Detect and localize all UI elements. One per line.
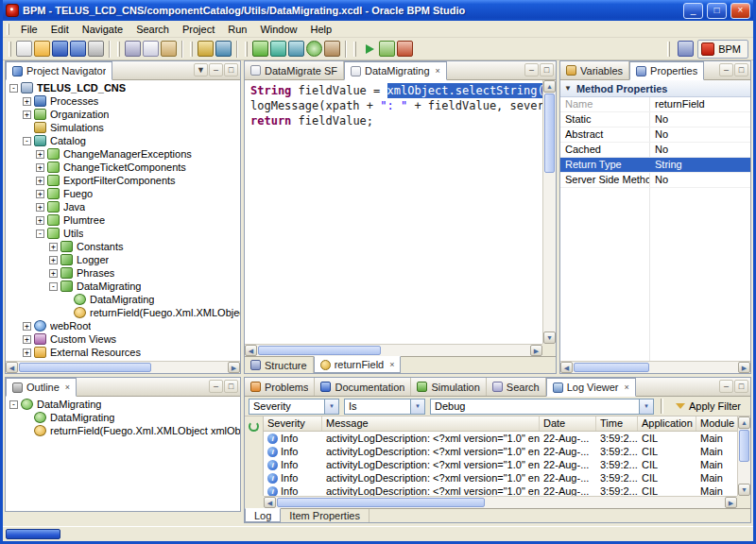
tab-log[interactable]: Log [245,508,281,522]
log-row[interactable]: iInfoactivityLogDescription: <?xml versi… [264,458,737,471]
log-vertical-scrollbar[interactable]: ▲ ▼ [737,416,750,496]
tree-item[interactable]: +ChangeManagerExceptions [6,147,240,161]
tree-item[interactable]: +Plumtree [6,213,240,227]
property-row[interactable]: Server Side MethodNo [560,173,750,188]
severity-field-dropdown[interactable]: Severity ▼ [249,399,339,415]
tree-toggle-icon[interactable]: + [23,335,31,344]
tree-toggle-icon[interactable]: - [23,137,31,145]
property-row[interactable]: AbstractNo [560,128,750,143]
tree-toggle-icon[interactable]: + [36,163,44,172]
tab-search[interactable]: Search [487,378,546,396]
scroll-right-icon[interactable]: ▶ [530,345,542,356]
minimize-icon[interactable]: – [209,380,223,393]
log-horizontal-scrollbar[interactable]: ◀ ▶ [264,496,737,508]
property-row[interactable]: NamereturnField [560,97,750,112]
tree-item[interactable]: +Constants [6,240,240,253]
tab-outline[interactable]: Outline× [6,378,77,397]
tree-item[interactable]: +Phrases [6,266,240,280]
check-in-icon[interactable] [270,41,286,57]
new-component-icon[interactable] [252,41,268,57]
filter-value-dropdown[interactable]: Debug ▼ [430,399,654,415]
code-editor[interactable]: String fieldValue = xmlObject.selectStri… [245,80,542,344]
maximize-icon[interactable]: □ [734,380,748,393]
tab-datamigrating[interactable]: DataMigrating× [344,61,447,80]
undo-icon[interactable] [198,41,214,57]
tree-item[interactable]: -TELUS_LCD_CNS [6,81,240,94]
title-bar[interactable]: BPM - TELUS_LCD_CNS/componentCatalog/Uti… [3,0,753,21]
tab-returnfield[interactable]: returnField× [314,356,402,373]
tree-item[interactable]: DataMigrating [6,411,240,424]
log-row[interactable]: iInfoactivityLogDescription: <?xml versi… [264,471,737,484]
tree-item[interactable]: +Fuego [6,187,240,200]
tree-toggle-icon[interactable]: + [49,243,58,251]
tree-toggle-icon[interactable]: + [23,348,31,357]
scroll-left-icon[interactable]: ◀ [6,362,18,373]
tree-item[interactable]: +ExportFilterComponents [6,174,240,187]
copy-icon[interactable] [143,41,159,57]
tree-item[interactable]: -Catalog [6,134,240,147]
tree-item[interactable]: +webRoot [6,319,240,332]
section-header[interactable]: ▼ Method Properties [560,80,750,97]
tree-item[interactable]: Simulations [6,121,240,134]
close-icon[interactable]: × [436,67,440,76]
scrollbar-thumb[interactable] [544,94,555,173]
menu-project[interactable]: Project [176,23,221,36]
tree-toggle-icon[interactable]: + [49,269,58,278]
minimize-icon[interactable]: – [719,380,733,393]
close-button[interactable]: × [730,3,750,19]
tree-item[interactable]: -Utils [6,227,240,240]
apply-filter-button[interactable]: Apply Filter [670,398,747,416]
tab-problems[interactable]: Problems [245,378,315,396]
tree-toggle-icon[interactable]: + [36,203,44,212]
minimize-icon[interactable]: – [524,63,539,76]
new-file-icon[interactable] [16,41,32,57]
refresh-icon[interactable] [249,421,259,432]
scroll-left-icon[interactable]: ◀ [245,345,257,356]
tab-properties[interactable]: Properties [629,61,704,80]
refresh-catalog-icon[interactable] [306,41,322,57]
tree-item[interactable]: returnField(Fuego.Xml.XMLObject xmlOb [6,306,240,319]
tree-item[interactable]: +Java [6,200,240,213]
tree-item[interactable]: +Processes [6,94,240,108]
cut-icon[interactable] [125,41,141,57]
menu-search[interactable]: Search [129,23,176,36]
save-icon[interactable] [52,41,68,57]
scroll-down-icon[interactable]: ▼ [738,484,750,496]
menu-file[interactable]: File [14,23,44,36]
tree-toggle-icon[interactable]: - [9,84,18,93]
close-icon[interactable]: × [625,383,629,392]
fast-view-bar[interactable] [6,529,60,539]
tree-item[interactable]: DataMigrating [6,293,240,306]
tab-item-properties[interactable]: Item Properties [281,509,369,522]
scroll-right-icon[interactable]: ▶ [738,362,750,373]
maximize-icon[interactable]: □ [540,63,554,76]
scrollbar-thumb[interactable] [258,346,381,355]
save-all-icon[interactable] [70,41,86,57]
tree-item[interactable]: +ChangeTicketComponents [6,161,240,174]
column-header-severity[interactable]: Severity [264,416,322,431]
tree-toggle-icon[interactable]: + [23,110,31,119]
maximize-icon[interactable]: □ [224,380,238,393]
scroll-left-icon[interactable]: ◀ [560,362,573,373]
minimize-button[interactable]: _ [683,3,703,19]
menu-window[interactable]: Window [253,23,303,36]
perspective-switcher[interactable]: BPM [697,40,748,59]
tab-project-navigator[interactable]: Project Navigator [6,61,112,80]
scroll-down-icon[interactable]: ▼ [543,332,556,344]
menu-run[interactable]: Run [221,23,253,36]
tab-documentation[interactable]: Documentation [315,378,411,396]
tree-item[interactable]: -DataMigrating [6,280,240,293]
tree-toggle-icon[interactable]: + [23,97,31,106]
column-header-time[interactable]: Time [596,416,638,431]
column-header-message[interactable]: Message [322,416,540,431]
navigator-horizontal-scrollbar[interactable]: ◀ ▶ [6,361,240,373]
column-header-application[interactable]: Application [638,416,696,431]
tree-toggle-icon[interactable]: - [36,230,44,238]
maximize-button[interactable]: □ [707,3,727,19]
tree-item[interactable]: +External Resources [6,346,240,359]
open-project-icon[interactable] [34,41,50,57]
tree-toggle-icon[interactable]: - [9,400,18,409]
tree-item[interactable]: +Logger [6,253,240,266]
tree-toggle-icon[interactable]: + [23,322,31,331]
close-icon[interactable]: × [389,361,394,369]
